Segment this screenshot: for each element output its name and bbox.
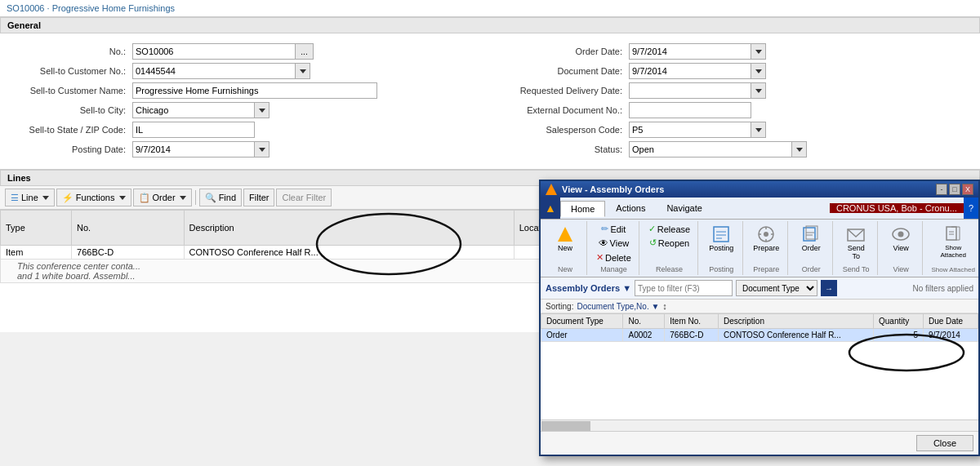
sell-to-customer-no-label: Sell-to Customer No.: [10, 66, 132, 76]
sell-to-city-row: Sell-to City: [10, 102, 474, 118]
aw-prepare-btn[interactable]: Prepare [750, 223, 782, 254]
sell-to-customer-name-input[interactable] [132, 82, 377, 99]
aw-assembly-table: Document Type No. Item No. Description Q… [541, 313, 978, 332]
toolbar-sep1 [195, 190, 196, 205]
aw-sort-value[interactable]: Document Type,No. ▼ [577, 302, 659, 311]
col-no: No. [72, 211, 185, 246]
aw-table-row[interactable]: Order A0002 766BC-D CONTOSO Conference H… [541, 329, 978, 333]
functions-icon [62, 193, 74, 203]
aw-show-attached-btn[interactable]: Show Attached [929, 223, 977, 260]
aw-reopen-btn[interactable]: Reopen [647, 237, 693, 249]
aw-order-btn[interactable]: Order [795, 223, 827, 254]
sell-to-state-input[interactable] [132, 122, 255, 138]
order-toolbar-btn[interactable]: Order [133, 189, 192, 206]
form-area: No.: ... Sell-to Customer No.: Sell-to C… [0, 38, 980, 166]
aw-assembly-orders-dropdown[interactable]: Assembly Orders ▼ [546, 283, 631, 293]
aw-filter-bar: Assembly Orders ▼ Document Type → No fil… [541, 277, 978, 300]
clear-filter-btn[interactable]: Clear Filter [276, 189, 332, 206]
svg-rect-1 [714, 227, 728, 242]
aw-title-left: View - Assembly Orders [546, 184, 664, 195]
view-icon [599, 237, 608, 249]
aw-group-new: New New [544, 221, 587, 275]
status-row: Status: [506, 141, 970, 158]
aw-sort-direction-btn[interactable]: ↕ [662, 301, 667, 311]
sell-to-city-label: Sell-to City: [10, 105, 132, 115]
aw-restore-btn[interactable]: □ [949, 184, 960, 195]
sell-to-city-input[interactable] [132, 102, 255, 118]
find-btn[interactable]: Find [199, 189, 242, 206]
sell-to-customer-no-row: Sell-to Customer No.: [10, 63, 474, 79]
aw-tab-actions[interactable]: Actions [605, 200, 656, 216]
salesperson-code-label: Salesperson Code: [506, 125, 629, 135]
aw-sendto-btn[interactable]: Send To [840, 223, 872, 262]
posting-icon [711, 224, 731, 244]
aw-view-ribbon-btn[interactable]: View [884, 223, 917, 254]
aw-cell-no: A0002 [623, 329, 665, 333]
sell-to-city-dropdown[interactable] [255, 102, 270, 118]
sell-to-customer-no-dropdown[interactable] [296, 63, 310, 79]
requested-delivery-date-label: Requested Delivery Date: [506, 86, 629, 95]
requested-delivery-date-input[interactable] [629, 82, 751, 99]
aw-delete-btn[interactable]: Delete [594, 251, 634, 264]
aw-filter-input[interactable] [635, 280, 733, 296]
view-ribbon-icon [891, 224, 911, 244]
document-date-input[interactable] [629, 63, 751, 79]
functions-dropdown-arrow [119, 196, 126, 200]
title-text: SO10006 · Progressive Home Furnishings [7, 3, 175, 13]
posting-date-input[interactable] [132, 141, 255, 158]
aw-tab-home[interactable]: Home [560, 201, 605, 217]
external-doc-input[interactable] [629, 102, 751, 118]
aw-group-release: Release Reopen Release [641, 221, 698, 275]
aw-view-btn-manage[interactable]: View [596, 237, 632, 250]
delete-icon [596, 252, 604, 263]
status-label: Status: [506, 144, 629, 154]
no-browse-btn[interactable]: ... [296, 43, 314, 60]
aw-nav-icon: ▲ [545, 202, 556, 215]
salesperson-code-dropdown[interactable] [751, 122, 766, 138]
general-section-header: General [0, 17, 980, 33]
requested-delivery-date-dropdown[interactable] [751, 82, 766, 99]
aw-tab-navigate[interactable]: Navigate [656, 200, 712, 216]
aw-filter-nav-btn[interactable]: → [821, 280, 837, 296]
status-dropdown[interactable] [792, 141, 807, 158]
aw-title-icon [546, 184, 557, 195]
show-attached-icon [943, 224, 963, 244]
aw-cell-doc-type: Order [541, 329, 623, 333]
document-date-label: Document Date: [506, 66, 629, 76]
status-input[interactable] [629, 141, 792, 158]
aw-new-btn[interactable]: New [549, 223, 581, 254]
sendto-icon [846, 224, 866, 244]
order-date-input[interactable] [629, 43, 751, 60]
salesperson-code-input[interactable] [629, 122, 751, 138]
new-icon [555, 224, 575, 244]
sell-to-customer-no-input[interactable] [132, 63, 296, 79]
sell-to-state-row: Sell-to State / ZIP Code: [10, 122, 474, 138]
aw-filter-select[interactable]: Document Type [736, 280, 817, 296]
line-btn[interactable]: Line [5, 189, 55, 206]
aw-tab-nav[interactable]: ▲ [541, 197, 560, 219]
document-date-dropdown[interactable] [751, 63, 766, 79]
aw-group-sendto: Send To Send To [835, 221, 878, 275]
aw-close-titlebar-btn[interactable]: X [962, 184, 973, 195]
col-type: Type [1, 211, 72, 246]
aw-minimize-btn[interactable]: - [936, 184, 947, 195]
aw-group-prepare: Prepare Prepare [745, 221, 788, 275]
aw-release-btn[interactable]: Release [646, 223, 693, 235]
aw-help-btn[interactable]: ? [964, 197, 978, 219]
aw-cell-description: CONTOSO Conference Half R... [718, 329, 873, 333]
filter-btn[interactable]: Filter [243, 189, 274, 206]
posting-date-dropdown[interactable] [255, 141, 270, 158]
aw-edit-btn[interactable]: Edit [599, 223, 628, 235]
find-icon [205, 193, 216, 203]
aw-group-view: View View [880, 221, 923, 275]
aw-posting-btn[interactable]: Posting [705, 223, 737, 254]
aw-no-filters-label: No filters applied [913, 284, 973, 293]
line-dropdown-arrow [42, 196, 49, 200]
order-date-label: Order Date: [506, 47, 629, 56]
aw-tabs-row: ▲ Home Actions Navigate CRONUS USA, Bob … [541, 197, 978, 220]
order-date-dropdown[interactable] [751, 43, 766, 60]
reopen-icon [649, 237, 657, 248]
aw-ribbon-buttons: New New Edit View [541, 220, 978, 277]
no-input[interactable] [132, 43, 296, 60]
functions-btn[interactable]: Functions [56, 189, 131, 206]
